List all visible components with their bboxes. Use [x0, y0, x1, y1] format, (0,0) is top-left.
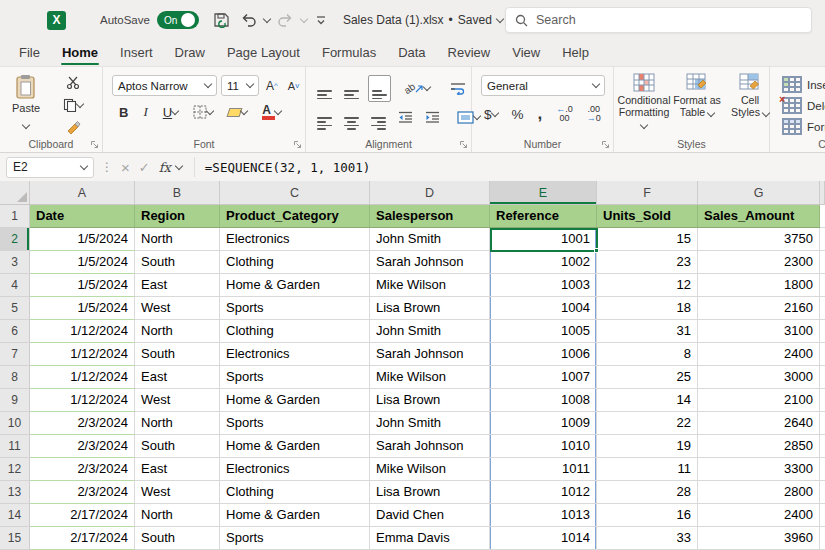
cell-C9[interactable]: Home & Garden: [220, 389, 370, 412]
underline-button[interactable]: U: [160, 104, 181, 121]
cell-G15[interactable]: 3960: [698, 527, 820, 550]
cell-E15[interactable]: 1014: [490, 527, 597, 550]
column-header-A[interactable]: A: [30, 181, 135, 205]
cell-G1[interactable]: Sales_Amount: [698, 205, 820, 228]
cell-A5[interactable]: 1/5/2024: [30, 297, 135, 320]
cell-A11[interactable]: 2/3/2024: [30, 435, 135, 458]
cell-partial-10[interactable]: [820, 412, 825, 435]
increase-decimal-button[interactable]: ←.000: [553, 104, 576, 124]
cell-F14[interactable]: 16: [597, 504, 698, 527]
save-icon[interactable]: [211, 10, 233, 30]
tab-review[interactable]: Review: [437, 41, 502, 66]
cell-E12[interactable]: 1011: [490, 458, 597, 481]
format-painter-button[interactable]: [60, 120, 86, 136]
wrap-text-button[interactable]: [447, 81, 469, 96]
column-header-partial[interactable]: [820, 181, 825, 205]
row-header-6[interactable]: 6: [0, 320, 30, 343]
undo-button[interactable]: [239, 11, 258, 29]
cell-E4[interactable]: 1003: [490, 274, 597, 297]
cell-G8[interactable]: 3000: [698, 366, 820, 389]
cell-D11[interactable]: Sarah Johnson: [370, 435, 490, 458]
undo-chevron-icon[interactable]: [263, 14, 271, 22]
cell-partial-7[interactable]: [820, 343, 825, 366]
column-header-G[interactable]: G: [698, 181, 820, 205]
cell-partial-4[interactable]: [820, 274, 825, 297]
cell-D7[interactable]: Sarah Johnson: [370, 343, 490, 366]
cell-A14[interactable]: 2/17/2024: [30, 504, 135, 527]
cut-button[interactable]: [60, 75, 86, 90]
align-left-icon[interactable]: [314, 103, 335, 132]
cell-E5[interactable]: 1004: [490, 297, 597, 320]
cell-F6[interactable]: 31: [597, 320, 698, 343]
select-all-corner[interactable]: [0, 181, 30, 205]
cancel-button[interactable]: ×: [121, 159, 130, 176]
enter-button[interactable]: ✓: [139, 160, 150, 175]
clipboard-dialog-launcher[interactable]: [90, 140, 99, 149]
cell-E7[interactable]: 1006: [490, 343, 597, 366]
row-header-1[interactable]: 1: [0, 205, 30, 228]
tab-file[interactable]: File: [8, 41, 51, 66]
cell-G11[interactable]: 2850: [698, 435, 820, 458]
cell-B14[interactable]: North: [135, 504, 220, 527]
document-title[interactable]: Sales Data (1).xlsx • Saved: [343, 13, 503, 27]
tab-page-layout[interactable]: Page Layout: [216, 41, 311, 66]
row-header-15[interactable]: 15: [0, 527, 30, 550]
cell-B11[interactable]: South: [135, 435, 220, 458]
cell-A3[interactable]: 1/5/2024: [30, 251, 135, 274]
cell-D5[interactable]: Lisa Brown: [370, 297, 490, 320]
row-header-4[interactable]: 4: [0, 274, 30, 297]
cell-E8[interactable]: 1007: [490, 366, 597, 389]
cell-F13[interactable]: 28: [597, 481, 698, 504]
delete-cells-button[interactable]: × Delete: [782, 97, 825, 114]
cell-partial-12[interactable]: [820, 458, 825, 481]
cell-G12[interactable]: 3300: [698, 458, 820, 481]
cell-C6[interactable]: Clothing: [220, 320, 370, 343]
cell-B7[interactable]: South: [135, 343, 220, 366]
cell-D10[interactable]: John Smith: [370, 412, 490, 435]
column-header-B[interactable]: B: [135, 181, 220, 205]
grow-font-button[interactable]: A^: [263, 78, 281, 94]
align-center-icon[interactable]: [341, 103, 362, 132]
cell-F3[interactable]: 23: [597, 251, 698, 274]
font-family-select[interactable]: Aptos Narrow: [112, 75, 217, 96]
cell-C1[interactable]: Product_Category: [220, 205, 370, 228]
cell-G2[interactable]: 3750: [698, 228, 820, 251]
increase-indent-icon[interactable]: [422, 109, 443, 125]
number-format-select[interactable]: General: [481, 75, 605, 96]
cell-D9[interactable]: Lisa Brown: [370, 389, 490, 412]
font-color-button[interactable]: A: [259, 104, 284, 121]
cell-D6[interactable]: John Smith: [370, 320, 490, 343]
row-header-11[interactable]: 11: [0, 435, 30, 458]
insert-cells-button[interactable]: Insert: [782, 76, 825, 93]
cell-D8[interactable]: Mike Wilson: [370, 366, 490, 389]
shrink-font-button[interactable]: Av: [285, 79, 302, 93]
cell-A9[interactable]: 1/12/2024: [30, 389, 135, 412]
row-header-8[interactable]: 8: [0, 366, 30, 389]
cell-B8[interactable]: East: [135, 366, 220, 389]
cell-partial-2[interactable]: [820, 228, 825, 251]
cell-A1[interactable]: Date: [30, 205, 135, 228]
formula-bar-grip-icon[interactable]: ⋮: [101, 160, 113, 174]
align-right-icon[interactable]: [368, 103, 389, 132]
tab-view[interactable]: View: [501, 41, 551, 66]
borders-button[interactable]: [190, 104, 216, 120]
autosave-toggle[interactable]: On: [157, 11, 199, 29]
format-cells-button[interactable]: Format: [782, 118, 825, 135]
row-header-5[interactable]: 5: [0, 297, 30, 320]
cell-G6[interactable]: 3100: [698, 320, 820, 343]
cell-F7[interactable]: 8: [597, 343, 698, 366]
cell-D2[interactable]: John Smith: [370, 228, 490, 251]
column-header-D[interactable]: D: [370, 181, 490, 205]
cell-F4[interactable]: 12: [597, 274, 698, 297]
insert-function-button[interactable]: fx: [159, 160, 171, 175]
excel-logo-icon[interactable]: X: [47, 11, 66, 30]
cell-D3[interactable]: Sarah Johnson: [370, 251, 490, 274]
cell-F1[interactable]: Units_Sold: [597, 205, 698, 228]
search-input[interactable]: Search: [505, 7, 812, 33]
cell-G10[interactable]: 2640: [698, 412, 820, 435]
font-dialog-launcher[interactable]: [293, 140, 302, 149]
cell-D12[interactable]: Mike Wilson: [370, 458, 490, 481]
cell-F8[interactable]: 25: [597, 366, 698, 389]
cell-C5[interactable]: Sports: [220, 297, 370, 320]
cell-F15[interactable]: 33: [597, 527, 698, 550]
